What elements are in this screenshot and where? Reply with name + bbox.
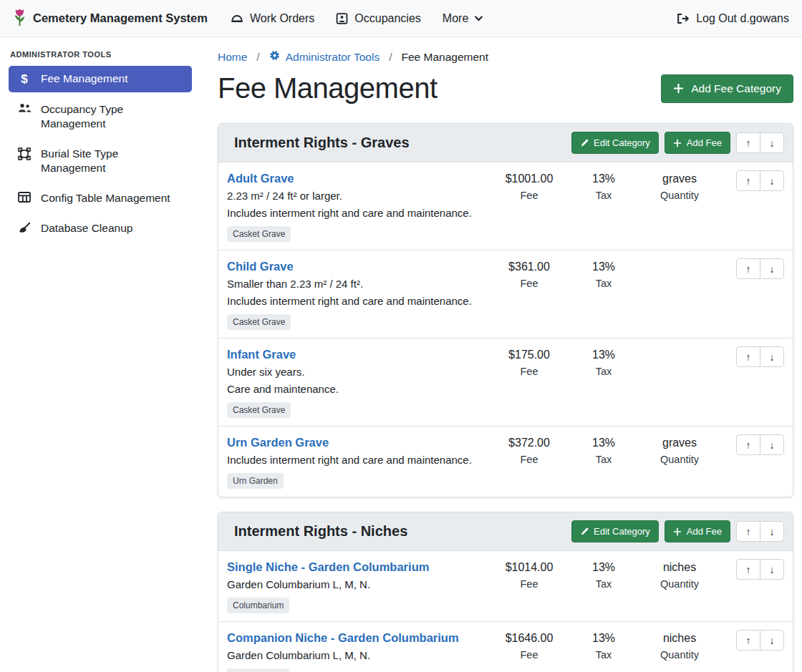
tax-label: Tax <box>569 364 638 380</box>
sidebar-heading: Administrator Tools <box>10 50 192 59</box>
move-category-down-button[interactable]: ↓ <box>760 132 784 153</box>
app-title: Cemetery Management System <box>33 11 208 25</box>
edit-category-label: Edit Category <box>594 137 650 148</box>
nav-more[interactable]: More <box>443 12 483 25</box>
nav-occupancies[interactable]: Occupancies <box>336 12 421 25</box>
fee-amount-label: Fee <box>489 188 569 204</box>
fee-name-link[interactable]: Child Grave <box>227 258 294 275</box>
plus-icon <box>673 83 684 94</box>
category-move-controls: ↑ ↓ <box>736 132 784 153</box>
quantity-label: Quantity <box>638 452 721 468</box>
tax-label: Tax <box>569 647 638 663</box>
breadcrumb-admin-tools-label: Administrator Tools <box>286 51 380 64</box>
add-fee-label: Add Fee <box>687 137 722 148</box>
breadcrumb-separator: / <box>256 51 259 64</box>
fee-amount-label: Fee <box>489 647 569 663</box>
move-fee-down-button[interactable]: ↓ <box>760 258 784 279</box>
add-fee-button[interactable]: Add Fee <box>665 132 730 154</box>
move-fee-up-button[interactable]: ↑ <box>736 434 760 455</box>
fee-amount-label: Fee <box>489 452 569 468</box>
fee-name-link[interactable]: Single Niche - Garden Columbarium <box>227 559 429 575</box>
pencil-icon <box>580 139 589 147</box>
quantity-label: Quantity <box>638 647 721 663</box>
tulip-logo-icon <box>13 8 26 29</box>
add-fee-button[interactable]: Add Fee <box>665 520 730 542</box>
main-content: Home / Administrator Tools / Fee Managem… <box>200 37 802 672</box>
fee-type-badge: Urn Garden <box>227 473 284 489</box>
nav-work-orders[interactable]: Work Orders <box>231 12 314 25</box>
app-brand[interactable]: Cemetery Management System <box>13 8 208 29</box>
fee-description: Under six years. <box>227 364 489 380</box>
add-fee-category-button[interactable]: Add Fee Category <box>661 74 793 103</box>
edit-category-button[interactable]: Edit Category <box>571 132 659 154</box>
fee-category-card-niches: Interment Rights - Niches Edit Category … <box>218 512 793 672</box>
dollar-icon: $ <box>17 72 32 87</box>
edit-category-label: Edit Category <box>594 526 650 537</box>
tax-label: Tax <box>569 576 638 593</box>
logout-label: Log Out d.gowans <box>696 12 789 25</box>
sidebar: Administrator Tools $ Fee Management Occ… <box>0 37 200 672</box>
tax-label: Tax <box>569 276 638 292</box>
category-title: Interment Rights - Graves <box>234 135 410 151</box>
add-fee-label: Add Fee <box>687 526 722 537</box>
move-fee-down-button[interactable]: ↓ <box>760 346 784 367</box>
sidebar-item-burial-site-type-management[interactable]: Burial Site Type Management <box>9 141 192 181</box>
move-fee-up-button[interactable]: ↑ <box>736 258 760 279</box>
sidebar-item-fee-management[interactable]: $ Fee Management <box>9 66 192 92</box>
tax-label: Tax <box>569 188 638 204</box>
move-fee-down-button[interactable]: ↓ <box>760 559 784 580</box>
fee-type-badge: Casket Grave <box>227 314 291 330</box>
move-fee-up-button[interactable]: ↑ <box>736 170 760 191</box>
move-fee-down-button[interactable]: ↓ <box>760 434 784 455</box>
fee-name-link[interactable]: Companion Niche - Garden Columbarium <box>227 630 459 646</box>
move-fee-up-button[interactable]: ↑ <box>736 346 760 367</box>
category-header: Interment Rights - Niches Edit Category … <box>218 512 793 551</box>
quantity-unit: niches <box>638 559 721 575</box>
fee-amount: $175.00 <box>489 346 569 363</box>
category-header: Interment Rights - Graves Edit Category … <box>218 124 793 162</box>
logout-link[interactable]: Log Out d.gowans <box>676 12 789 25</box>
move-fee-down-button[interactable]: ↓ <box>760 630 784 651</box>
fee-name-link[interactable]: Adult Grave <box>227 170 294 187</box>
sidebar-item-label: Burial Site Type Management <box>41 147 183 175</box>
move-fee-up-button[interactable]: ↑ <box>736 559 760 580</box>
fee-row: Companion Niche - Garden Columbarium Gar… <box>218 622 793 672</box>
move-fee-down-button[interactable]: ↓ <box>760 170 784 191</box>
breadcrumb-current: Fee Management <box>402 51 489 64</box>
gear-icon <box>269 50 280 64</box>
move-category-down-button[interactable]: ↓ <box>760 521 784 542</box>
fee-name-link[interactable]: Urn Garden Grave <box>227 434 329 451</box>
category-title: Interment Rights - Niches <box>234 523 407 540</box>
tax-rate: 13% <box>569 559 638 575</box>
fee-name-link[interactable]: Infant Grave <box>227 346 296 363</box>
fee-row: Single Niche - Garden Columbarium Garden… <box>218 551 793 622</box>
fee-description: Includes interment right and care and ma… <box>227 452 489 468</box>
tax-rate: 13% <box>569 630 638 646</box>
quantity-unit: graves <box>638 434 721 451</box>
move-category-up-button[interactable]: ↑ <box>736 132 760 153</box>
quantity-unit: niches <box>638 630 721 646</box>
broom-icon <box>17 222 32 235</box>
edit-category-button[interactable]: Edit Category <box>571 520 659 542</box>
sidebar-item-config-table-management[interactable]: Config Table Management <box>9 185 192 211</box>
pencil-icon <box>580 527 589 536</box>
fee-type-badge: Columbarium <box>227 668 289 672</box>
breadcrumb-admin-tools-link[interactable]: Administrator Tools <box>269 50 380 64</box>
breadcrumb-home-link[interactable]: Home <box>218 51 247 64</box>
fee-description: Includes interment right and care and ma… <box>227 205 489 221</box>
sidebar-item-occupancy-type-management[interactable]: Occupancy Type Management <box>9 97 192 137</box>
fee-move-controls: ↑ ↓ <box>736 170 784 191</box>
fee-row: Urn Garden Grave Includes interment righ… <box>218 427 793 497</box>
fee-row: Adult Grave 2.23 m² / 24 ft² or larger. … <box>218 162 793 250</box>
fee-row: Child Grave Smaller than 2.23 m² / 24 ft… <box>218 250 793 339</box>
nav-work-orders-label: Work Orders <box>250 12 314 25</box>
fee-move-controls: ↑ ↓ <box>736 630 784 651</box>
vector-square-icon <box>17 147 32 160</box>
fee-amount: $372.00 <box>489 434 569 451</box>
move-fee-up-button[interactable]: ↑ <box>736 630 760 651</box>
tax-label: Tax <box>569 452 638 468</box>
fee-amount-label: Fee <box>489 276 569 292</box>
fee-type-badge: Casket Grave <box>227 226 291 242</box>
sidebar-item-database-cleanup[interactable]: Database Cleanup <box>9 215 192 241</box>
move-category-up-button[interactable]: ↑ <box>736 521 760 542</box>
